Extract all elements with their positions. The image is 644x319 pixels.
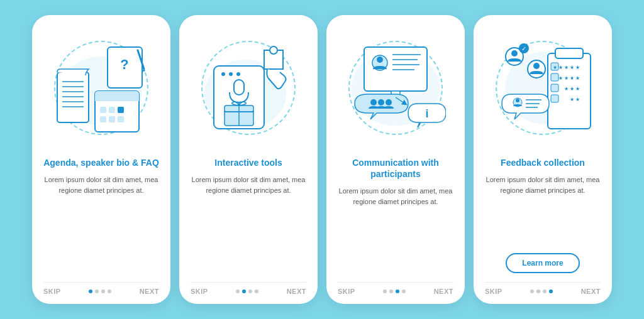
skip-button[interactable]: SKIP	[191, 288, 208, 295]
card-feedback-illustration: ✓ ★ ★ ★ ★ ★ ★ ★ ★ ★	[485, 25, 601, 151]
pagination-dots	[236, 289, 258, 293]
card-agenda-illustration: ?	[43, 25, 159, 151]
dot-3	[543, 289, 547, 293]
card-feedback-desc: Lorem ipsum dolor sit dim amet, mea regi…	[485, 175, 601, 248]
svg-text:★: ★	[564, 65, 569, 70]
svg-point-50	[511, 50, 518, 57]
svg-point-44	[370, 99, 377, 105]
svg-point-24	[229, 72, 233, 76]
skip-button[interactable]: SKIP	[338, 288, 355, 295]
svg-rect-14	[100, 116, 106, 122]
card-agenda-desc: Lorem ipsum dolor sit dim amet, mea regi…	[43, 175, 159, 277]
svg-text:★: ★	[558, 75, 563, 81]
svg-rect-1	[57, 72, 89, 122]
dot-3	[101, 289, 105, 293]
dot-2	[389, 289, 393, 293]
feedback-icon: ✓ ★ ★ ★ ★ ★ ★ ★ ★ ★	[492, 35, 593, 141]
svg-text:★: ★	[570, 86, 574, 92]
dot-2	[242, 289, 246, 293]
svg-text:★: ★	[553, 65, 557, 70]
next-button[interactable]: NEXT	[581, 288, 601, 295]
svg-text:★: ★	[570, 97, 574, 102]
dot-2	[536, 289, 540, 293]
dot-1	[383, 289, 387, 293]
dot-4	[255, 289, 258, 293]
card-agenda-title: Agenda, speaker bio & FAQ	[43, 157, 159, 168]
card-agenda: ? Agenda, speaker bio & FAQ Lorem ipsum …	[32, 15, 170, 304]
dot-4	[402, 289, 406, 293]
svg-text:?: ?	[120, 57, 128, 72]
svg-point-45	[378, 99, 384, 105]
svg-point-76	[516, 99, 519, 102]
dot-1	[530, 289, 534, 293]
svg-rect-16	[118, 116, 124, 122]
interactive-icon	[198, 35, 299, 141]
card-communication-desc: Lorem ipsum dolor sit dim amet, mea regi…	[338, 186, 453, 277]
next-button[interactable]: NEXT	[434, 288, 453, 295]
dot-3	[396, 289, 399, 293]
svg-rect-56	[555, 48, 583, 58]
svg-rect-15	[109, 116, 115, 122]
svg-rect-72	[551, 95, 558, 102]
dot-1	[236, 289, 240, 293]
card-agenda-footer: SKIP NEXT	[43, 282, 159, 295]
svg-text:★: ★	[575, 86, 580, 92]
svg-rect-63	[551, 73, 558, 81]
svg-text:★: ★	[570, 65, 574, 70]
pagination-dots	[383, 289, 406, 293]
card-communication-footer: SKIP NEXT	[338, 282, 453, 295]
card-interactive-illustration	[191, 25, 306, 151]
next-button[interactable]: NEXT	[287, 288, 306, 295]
dot-2	[95, 289, 99, 293]
dot-4	[549, 289, 553, 293]
card-interactive-footer: SKIP NEXT	[191, 282, 306, 295]
card-feedback-title: Feedback collection	[501, 157, 585, 168]
card-feedback-footer: SKIP NEXT	[485, 282, 601, 295]
svg-text:★: ★	[575, 75, 580, 81]
svg-point-29	[270, 46, 277, 54]
dot-4	[108, 289, 111, 293]
svg-text:★: ★	[564, 75, 569, 81]
svg-point-54	[533, 63, 540, 69]
skip-button[interactable]: SKIP	[485, 288, 502, 295]
card-interactive-desc: Lorem ipsum dolor sit dim amet, mea regi…	[191, 175, 306, 277]
svg-text:★: ★	[570, 75, 574, 81]
card-interactive-title: Interactive tools	[214, 157, 282, 168]
svg-rect-11	[100, 107, 106, 113]
dot-3	[248, 289, 252, 293]
svg-text:★: ★	[575, 97, 580, 102]
svg-point-23	[221, 72, 225, 76]
communication-icon: i	[345, 35, 446, 141]
learn-more-button[interactable]: Learn more	[506, 253, 579, 273]
card-interactive: Interactive tools Lorem ipsum dolor sit …	[179, 15, 318, 304]
card-feedback: ✓ ★ ★ ★ ★ ★ ★ ★ ★ ★	[474, 15, 612, 304]
svg-rect-10	[95, 96, 139, 101]
svg-text:✓: ✓	[521, 45, 526, 52]
svg-rect-12	[109, 107, 115, 113]
cards-container: ? Agenda, speaker bio & FAQ Lorem ipsum …	[17, 3, 627, 316]
agenda-icon: ?	[51, 35, 152, 141]
svg-text:★: ★	[558, 65, 563, 70]
svg-point-25	[236, 72, 240, 76]
svg-text:i: i	[425, 107, 428, 120]
svg-rect-68	[551, 84, 558, 92]
card-communication-title: Communication with participants	[338, 157, 453, 180]
skip-button[interactable]: SKIP	[43, 288, 61, 295]
svg-text:★: ★	[564, 86, 569, 92]
svg-rect-13	[118, 107, 124, 113]
next-button[interactable]: NEXT	[140, 288, 159, 295]
svg-text:★: ★	[575, 65, 580, 70]
pagination-dots	[89, 289, 111, 293]
pagination-dots	[530, 289, 553, 293]
card-communication: i Communication with participants Lorem …	[326, 15, 465, 304]
svg-point-46	[386, 99, 392, 105]
svg-point-37	[377, 57, 383, 63]
dot-1	[89, 289, 92, 293]
card-communication-illustration: i	[338, 25, 453, 151]
